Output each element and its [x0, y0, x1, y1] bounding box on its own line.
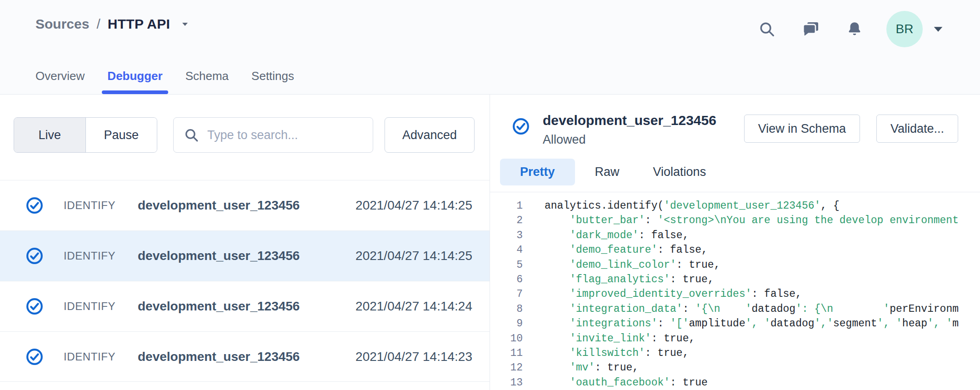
event-row[interactable]: IDENTIFY development_user_123456 2021/04…: [0, 331, 490, 382]
code-line-number: 7: [490, 287, 523, 301]
check-circle-icon: [25, 297, 44, 315]
check-circle-icon: [25, 348, 44, 366]
chat-icon[interactable]: [802, 20, 820, 38]
advanced-button[interactable]: Advanced: [385, 117, 475, 153]
code-line-number: 11: [490, 346, 523, 360]
main-content: Live Pause Advanced IDENTIFY development…: [0, 95, 980, 390]
code-line: 10 'invite_link': true,: [490, 331, 980, 346]
check-circle-icon: [25, 247, 44, 265]
event-status-label: Allowed: [543, 133, 716, 147]
event-timestamp: 2021/04/27 14:14:24: [355, 299, 472, 314]
event-type-label: IDENTIFY: [64, 199, 138, 212]
breadcrumb-source-name: HTTP API: [108, 16, 170, 32]
event-stream-panel: Live Pause Advanced IDENTIFY development…: [0, 95, 490, 390]
check-circle-icon: [512, 117, 530, 135]
code-line-text: 'oauth_facebook': true: [545, 375, 708, 390]
event-detail-header: development_user_123456 Allowed View in …: [490, 95, 980, 147]
code-line-text: 'mv': true,: [545, 360, 639, 375]
view-in-schema-button[interactable]: View in Schema: [744, 115, 860, 143]
tab-overview[interactable]: Overview: [35, 69, 85, 94]
payload-tab-raw[interactable]: Raw: [581, 159, 633, 185]
event-detail-titles: development_user_123456 Allowed: [543, 113, 716, 147]
payload-view-tabs: PrettyRawViolations: [490, 159, 980, 192]
code-line: 4 'demo_feature': false,: [490, 243, 980, 257]
live-button[interactable]: Live: [14, 118, 86, 152]
breadcrumb-separator: /: [96, 16, 100, 32]
code-line-text: 'killswitch': true,: [545, 346, 689, 360]
code-line-text: 'integrations': '['amplitude', 'datadog'…: [545, 316, 959, 331]
tab-settings[interactable]: Settings: [251, 69, 294, 94]
event-list: IDENTIFY development_user_123456 2021/04…: [0, 180, 490, 382]
event-user-id: development_user_123456: [138, 299, 355, 314]
code-line-text: 'butter_bar': '<strong>\nYou are using t…: [545, 213, 959, 228]
event-timestamp: 2021/04/27 14:14:25: [355, 198, 472, 213]
code-line-number: 10: [490, 331, 523, 346]
code-line-number: 5: [490, 258, 523, 272]
event-detail-actions: View in Schema Validate...: [744, 115, 958, 143]
event-user-id: development_user_123456: [138, 198, 355, 213]
code-line: 1 analytics.identify('development_user_1…: [490, 199, 980, 213]
event-detail-panel: development_user_123456 Allowed View in …: [490, 95, 980, 390]
payload-code-view: 1 analytics.identify('development_user_1…: [490, 192, 980, 390]
event-timestamp: 2021/04/27 14:14:23: [355, 350, 472, 364]
code-line-number: 1: [490, 199, 523, 213]
debugger-toolbar: Live Pause Advanced: [0, 95, 490, 162]
topbar-actions: BR: [758, 11, 945, 47]
avatar[interactable]: BR: [886, 11, 923, 47]
code-line-text: 'integration_data': '{\n 'datadog': {\n …: [545, 302, 959, 316]
event-type-label: IDENTIFY: [64, 350, 138, 363]
code-line: 13 'oauth_facebook': true: [490, 375, 980, 390]
code-line: 11 'killswitch': true,: [490, 346, 980, 360]
code-line-text: analytics.identify('development_user_123…: [545, 199, 840, 213]
code-line-number: 8: [490, 302, 523, 316]
code-line: 8 'integration_data': '{\n 'datadog': {\…: [490, 302, 980, 316]
code-line-text: 'flag_analytics': true,: [545, 272, 714, 287]
code-line-number: 9: [490, 316, 523, 331]
pause-button[interactable]: Pause: [86, 118, 157, 152]
code-line-number: 6: [490, 272, 523, 287]
breadcrumb: Sources / HTTP API: [35, 16, 190, 32]
code-line-text: 'dark_mode': false,: [545, 228, 689, 243]
source-nav-tabs: OverviewDebuggerSchemaSettings: [35, 69, 317, 94]
code-line-text: 'improved_identity_overrides': false,: [545, 287, 802, 301]
search-icon[interactable]: [758, 20, 775, 38]
code-line-number: 4: [490, 243, 523, 257]
live-pause-toggle: Live Pause: [14, 117, 157, 153]
event-row[interactable]: IDENTIFY development_user_123456 2021/04…: [0, 281, 490, 331]
app-header: Sources / HTTP API: [0, 0, 980, 95]
payload-tab-violations[interactable]: Violations: [640, 159, 720, 185]
event-row[interactable]: IDENTIFY development_user_123456 2021/04…: [0, 230, 490, 281]
code-line: 6 'flag_analytics': true,: [490, 272, 980, 287]
event-timestamp: 2021/04/27 14:14:25: [355, 249, 472, 263]
code-line: 9 'integrations': '['amplitude', 'datado…: [490, 316, 980, 331]
code-line: 12 'mv': true,: [490, 360, 980, 375]
code-line: 7 'improved_identity_overrides': false,: [490, 287, 980, 301]
code-line-number: 12: [490, 360, 523, 375]
code-line: 3 'dark_mode': false,: [490, 228, 980, 243]
code-line: 5 'demo_link_color': true,: [490, 258, 980, 272]
event-row[interactable]: IDENTIFY development_user_123456 2021/04…: [0, 180, 490, 230]
validate-button[interactable]: Validate...: [876, 115, 958, 143]
tab-debugger[interactable]: Debugger: [107, 69, 162, 94]
code-line-number: 13: [490, 375, 523, 390]
code-line: 2 'butter_bar': '<strong>\nYou are using…: [490, 213, 980, 228]
event-user-id: development_user_123456: [138, 249, 355, 263]
code-line-text: 'demo_feature': false,: [545, 243, 708, 257]
search-input[interactable]: [207, 128, 363, 142]
code-line-text: 'demo_link_color': true,: [545, 258, 720, 272]
bell-icon[interactable]: [846, 21, 863, 37]
event-user-id: development_user_123456: [138, 350, 355, 364]
code-line-number: 2: [490, 213, 523, 228]
breadcrumb-sources-link[interactable]: Sources: [35, 16, 89, 32]
search-icon: [184, 127, 199, 143]
tab-schema[interactable]: Schema: [185, 69, 229, 94]
event-detail-title: development_user_123456: [543, 113, 716, 128]
event-type-label: IDENTIFY: [64, 300, 138, 313]
check-circle-icon: [25, 196, 44, 215]
debugger-app: Sources / HTTP API: [0, 0, 980, 390]
account-menu-caret-icon[interactable]: [932, 23, 945, 35]
source-switcher-caret-icon[interactable]: [180, 19, 190, 29]
payload-tab-pretty[interactable]: Pretty: [500, 159, 575, 185]
event-search-box[interactable]: [173, 117, 373, 153]
event-type-label: IDENTIFY: [64, 250, 138, 262]
